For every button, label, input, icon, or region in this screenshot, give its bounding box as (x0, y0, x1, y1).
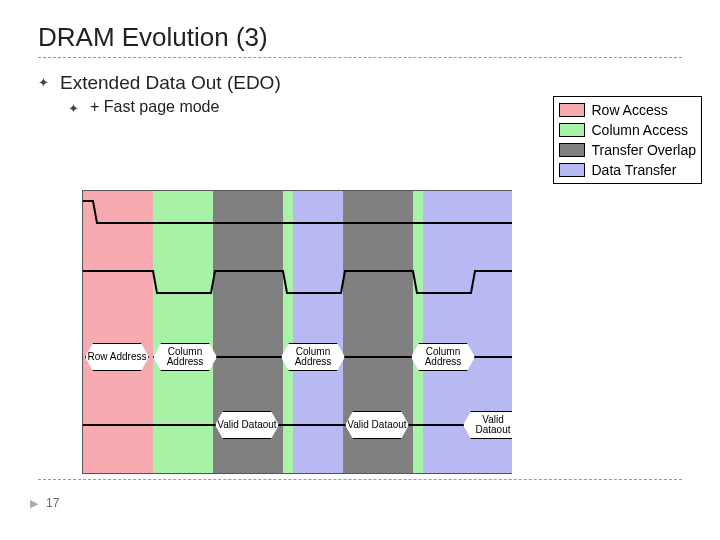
bullet-2-text: + Fast page mode (90, 98, 219, 116)
address-box-col: Column Address (153, 343, 217, 371)
timing-diagram: RAS CAS Address DQ Row Address Column Ad… (82, 190, 512, 474)
bullet-glyph-icon: ✦ (68, 98, 82, 120)
waveform-dq-idle (83, 409, 512, 441)
legend-row-access: Row Access (557, 100, 698, 120)
dq-box-valid: Valid Dataout (463, 411, 512, 439)
legend-label: Column Access (591, 122, 687, 138)
dq-box-valid: Valid Dataout (345, 411, 409, 439)
swatch-icon (559, 123, 585, 137)
legend-label: Data Transfer (591, 162, 676, 178)
waveform-ras (83, 197, 512, 227)
bullet-level-1: ✦ Extended Data Out (EDO) (38, 72, 682, 94)
legend-transfer-overlap: Transfer Overlap (557, 140, 698, 160)
swatch-icon (559, 163, 585, 177)
slide-title: DRAM Evolution (3) (38, 22, 682, 53)
bullet-1-text: Extended Data Out (EDO) (60, 72, 281, 94)
footer-divider (38, 479, 682, 480)
legend-data-transfer: Data Transfer (557, 160, 698, 180)
page-arrow-icon: ▶ (30, 497, 38, 510)
swatch-icon (559, 143, 585, 157)
title-divider (38, 57, 682, 58)
legend-label: Transfer Overlap (591, 142, 696, 158)
address-box-row: Row Address (85, 343, 149, 371)
address-box-col: Column Address (411, 343, 475, 371)
waveform-cas (83, 267, 512, 297)
swatch-icon (559, 103, 585, 117)
dq-box-valid: Valid Dataout (215, 411, 279, 439)
bullet-glyph-icon: ✦ (38, 72, 52, 94)
address-box-col: Column Address (281, 343, 345, 371)
page-number: 17 (46, 496, 59, 510)
legend-label: Row Access (591, 102, 667, 118)
legend-box: Row Access Column Access Transfer Overla… (553, 96, 702, 184)
legend-column-access: Column Access (557, 120, 698, 140)
